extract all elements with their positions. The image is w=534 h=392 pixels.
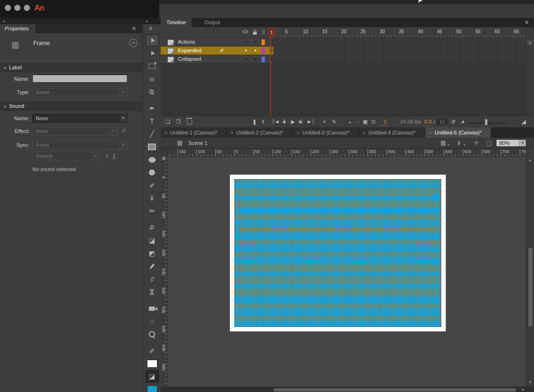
layer-outline-color-swatch[interactable] (262, 39, 265, 45)
document-tab[interactable]: ×Untitled-4 (Canvas)* (359, 127, 425, 138)
frame-rate-indicator[interactable]: 24.00 fps (397, 118, 425, 125)
go-to-last-frame-button[interactable]: ▶▕ (306, 118, 314, 125)
selected-fill-rectangle[interactable] (234, 179, 441, 327)
paragraph-brackets-button[interactable]: ( ) (437, 118, 448, 125)
clip-content-button[interactable]: ▢ (486, 139, 492, 146)
layer-row-expanded[interactable]: Expanded✏••● (161, 47, 534, 55)
tool-hand[interactable]: ☝ (146, 316, 158, 327)
lock-all-layers-icon[interactable] (251, 30, 259, 36)
sound-name-dropdown[interactable]: None▼ (32, 114, 127, 123)
toolbar-menu-icon[interactable]: ≡ (149, 25, 152, 32)
step-forward-button[interactable]: ▶▏ (297, 118, 306, 125)
delete-layer-button[interactable] (185, 119, 194, 126)
close-icon[interactable]: × (363, 128, 366, 138)
layer-lock-dot[interactable]: • (252, 39, 259, 46)
tool-camera[interactable] (146, 303, 158, 314)
tool-stroke-color[interactable] (146, 358, 158, 369)
tool-eraser[interactable]: ▱ (146, 273, 158, 285)
timeline-scroll-up-button[interactable]: ▲ (526, 39, 534, 46)
tool-pencil[interactable]: ✏ (146, 180, 158, 191)
label-section-header[interactable]: ▼Label (0, 63, 143, 72)
layer-frames-track[interactable] (269, 38, 525, 47)
help-icon[interactable]: ↗ (129, 39, 137, 47)
tab-properties[interactable]: Properties (0, 24, 35, 33)
layer-name-cell[interactable]: Collapsed•• (161, 55, 269, 64)
timeline-zoom-slider-thumb[interactable] (485, 119, 487, 125)
tool-pen[interactable]: ✒ (146, 103, 158, 114)
window-close-button[interactable] (5, 5, 11, 11)
tool-free-transform[interactable] (146, 60, 158, 72)
scroll-up-icon[interactable]: ▲ (526, 158, 534, 162)
scroll-right-icon[interactable]: ▶ (522, 388, 524, 392)
sound-effect-dropdown[interactable]: None▼ (32, 127, 117, 135)
tool-paint-brush[interactable]: ✐ (146, 192, 158, 204)
layer-name-cell[interactable]: Expanded✏•• (161, 47, 269, 55)
layer-lock-dot[interactable]: • (252, 56, 259, 63)
horizontal-scrollbar-thumb[interactable] (273, 388, 516, 392)
tool-3d-rotation[interactable]: ◉ (146, 73, 158, 85)
tab-timeline[interactable]: Timeline (161, 18, 192, 27)
edit-sound-envelope-icon[interactable]: ✏ (120, 126, 128, 134)
vertical-scrollbar[interactable]: ▲ ▼ (526, 157, 534, 387)
timeline-zoom-slider[interactable] (468, 123, 506, 124)
modify-markers-button[interactable]: ⊡ (369, 118, 378, 125)
play-button[interactable]: ▶ (289, 118, 297, 125)
tool-zoom[interactable] (146, 328, 158, 340)
new-folder-button[interactable]: ❐ (174, 118, 183, 125)
chevron-down-icon[interactable]: ▼ (519, 140, 526, 146)
label-type-dropdown[interactable]: Name▼ (32, 88, 127, 96)
layer-row-actions[interactable]: Actions••○ (161, 38, 534, 47)
close-icon[interactable]: × (165, 128, 167, 138)
tool-width[interactable]: ⋈ (146, 286, 158, 297)
layer-outline-color-swatch[interactable] (262, 48, 265, 54)
tool-subselection[interactable]: ➤ (146, 48, 158, 59)
tool-oval[interactable] (146, 154, 158, 165)
layer-visibility-dot[interactable]: • (243, 48, 249, 54)
vertical-scrollbar-thumb[interactable] (528, 247, 533, 327)
onion-marker-button[interactable]: ❚ (250, 118, 259, 125)
close-icon[interactable]: × (231, 128, 233, 138)
current-frame-indicator[interactable]: 1 (381, 118, 389, 126)
layer-frames-track[interactable] (269, 55, 525, 64)
canvas-pasteboard[interactable] (167, 157, 526, 387)
tool-paint-bucket[interactable]: ◪ (146, 235, 158, 246)
tool-ink-bottle[interactable]: ◩ (146, 248, 158, 259)
reset-timeline-zoom-button[interactable]: ↺ (449, 118, 457, 125)
stage[interactable] (230, 174, 446, 332)
sound-repeat-dropdown[interactable]: Repeat▼ (32, 152, 100, 160)
show-hide-all-layers-icon[interactable]: ⊙ (242, 29, 249, 35)
repeat-count-value[interactable]: 1 (113, 153, 116, 159)
tool-selection[interactable]: ➤ (146, 35, 158, 46)
scene-name[interactable]: Scene 1 (188, 140, 207, 146)
window-minimize-button[interactable] (14, 5, 20, 11)
tool-rectangle[interactable] (146, 141, 158, 153)
layer-visibility-dot[interactable]: • (243, 39, 249, 46)
tool-line[interactable]: ╱ (146, 128, 158, 140)
document-tab[interactable]: ×Untitled-2 (Canvas)* (227, 127, 293, 138)
collapse-properties-icon[interactable]: « (2, 18, 5, 24)
zoom-out-timeline-icon[interactable]: ◢ (458, 118, 466, 125)
go-to-first-frame-button[interactable]: ▏◀ (271, 118, 280, 125)
layer-row-collapsed[interactable]: Collapsed••● (161, 55, 534, 64)
timeline-menu-icon[interactable]: ≡ (525, 19, 528, 26)
edit-symbols-button[interactable]: ✒ (456, 140, 463, 145)
zoom-in-timeline-icon[interactable]: ◢ (519, 118, 528, 125)
tool-polystar[interactable] (146, 167, 158, 178)
tool-asset-warp[interactable]: ⚲ (146, 222, 158, 233)
window-zoom-button[interactable] (24, 5, 30, 11)
center-stage-button[interactable]: ✛ (474, 139, 479, 146)
edit-scene-button[interactable]: ▦ (440, 139, 446, 146)
layer-frames-track[interactable] (269, 47, 525, 55)
tool-eyedropper[interactable] (146, 260, 158, 272)
edit-multiple-frames-button[interactable]: ▣ (361, 118, 369, 125)
pause-button[interactable]: ‖ (259, 118, 267, 125)
close-icon[interactable]: × (297, 128, 300, 138)
tool-fill-color[interactable] (146, 383, 158, 392)
layer-visibility-dot[interactable]: • (243, 56, 249, 63)
layer-name-cell[interactable]: Actions•• (161, 38, 269, 47)
elapsed-time-value[interactable]: 0.0 (423, 118, 433, 126)
properties-menu-icon[interactable]: ≡ (132, 25, 135, 32)
center-frame-button[interactable]: ⌖ (320, 118, 329, 125)
horizontal-scrollbar[interactable]: ▶ (167, 387, 526, 392)
tab-output[interactable]: Output (199, 18, 226, 27)
